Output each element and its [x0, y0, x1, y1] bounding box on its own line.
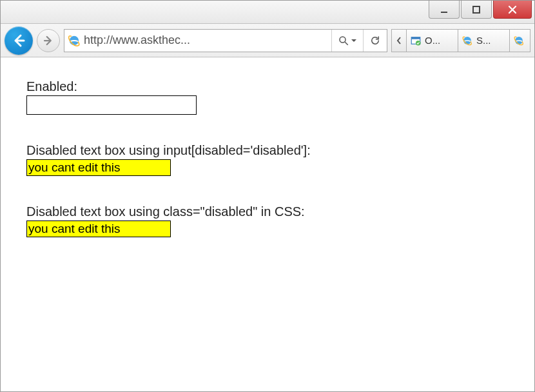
- enabled-section: Enabled:: [26, 79, 509, 115]
- disabled-attr-label: Disabled text box using input[disabled='…: [26, 143, 509, 158]
- tab-3[interactable]: [510, 29, 530, 52]
- forward-button[interactable]: [37, 29, 60, 52]
- tab-bar: O... S...: [391, 29, 530, 52]
- dropdown-icon: [351, 37, 357, 44]
- browser-toolbar: http://www.askthec...: [1, 24, 534, 57]
- disabled-class-label: Disabled text box using class="disabled"…: [26, 204, 509, 219]
- tab-2[interactable]: S...: [458, 29, 510, 52]
- tab-label: O...: [425, 35, 440, 46]
- arrow-left-icon: [11, 33, 26, 48]
- ie-logo-icon: [64, 34, 84, 48]
- search-button[interactable]: [332, 30, 363, 52]
- svg-rect-0: [441, 12, 447, 13]
- tab-label: S...: [476, 35, 491, 46]
- refresh-button[interactable]: [364, 30, 387, 52]
- disabled-attr-input: you cant edit this: [26, 159, 171, 176]
- svg-point-6: [416, 41, 421, 46]
- tab-1[interactable]: O...: [407, 29, 458, 52]
- close-button[interactable]: [493, 1, 532, 19]
- tab-scroll-left[interactable]: [391, 29, 407, 52]
- enabled-input[interactable]: [26, 95, 197, 115]
- svg-point-3: [340, 37, 345, 43]
- disabled-attr-section: Disabled text box using input[disabled='…: [26, 143, 509, 176]
- url-text[interactable]: http://www.askthec...: [84, 34, 331, 47]
- browser-window: http://www.askthec...: [0, 0, 535, 392]
- svg-rect-5: [411, 37, 420, 39]
- ie-logo-icon: [512, 34, 525, 47]
- svg-rect-1: [473, 6, 480, 13]
- disabled-class-input: you cant edit this: [26, 220, 171, 237]
- enabled-label: Enabled:: [26, 79, 509, 94]
- back-button[interactable]: [5, 26, 33, 55]
- search-icon: [338, 35, 349, 46]
- maximize-button[interactable]: [461, 1, 492, 19]
- refresh-icon: [369, 35, 381, 46]
- chevron-left-icon: [396, 36, 402, 45]
- arrow-right-icon: [43, 35, 54, 46]
- ie-logo-icon: [461, 34, 474, 47]
- minimize-button[interactable]: [429, 1, 460, 19]
- page-options-icon: [409, 34, 422, 47]
- address-bar[interactable]: http://www.askthec...: [64, 29, 387, 52]
- page-content: Enabled: Disabled text box using input[d…: [1, 57, 534, 288]
- window-titlebar: [1, 1, 534, 24]
- disabled-class-section: Disabled text box using class="disabled"…: [26, 204, 509, 237]
